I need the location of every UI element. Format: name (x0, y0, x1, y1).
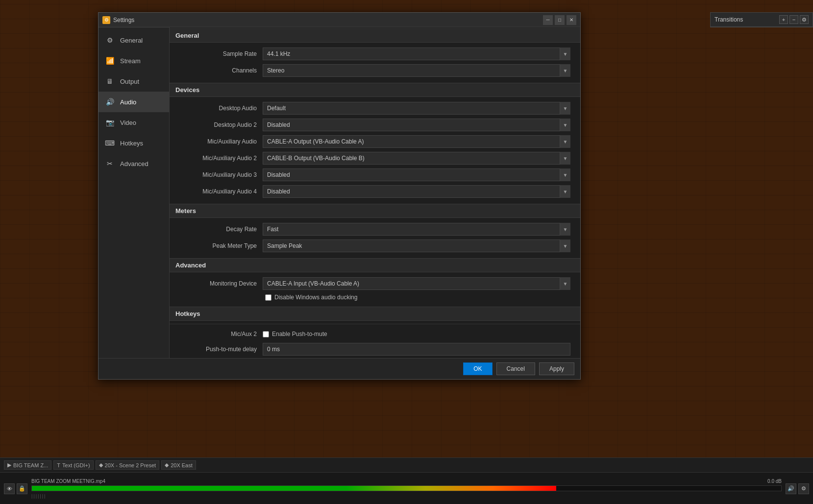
desktop-audio-2-row: Desktop Audio 2 Disabled ▼ (170, 117, 580, 133)
transitions-header: Transitions + − ⚙ (711, 13, 813, 27)
maximize-button[interactable]: □ (555, 15, 565, 25)
desktop-audio-2-label: Desktop Audio 2 (170, 121, 263, 128)
audio-ducking-checkbox[interactable] (265, 294, 271, 301)
devices-section-header: Devices (170, 83, 580, 97)
ok-button[interactable]: OK (463, 362, 492, 375)
audio-meter-container: BIG TEAM ZOOM MEETNIG.mp4 0.0 dB | | | |… (31, 479, 782, 499)
sidebar-item-video[interactable]: 📷 Video (99, 112, 169, 133)
monitoring-device-label: Monitoring Device (170, 280, 263, 287)
sidebar-label-video: Video (120, 119, 136, 126)
audio-controls: 👁 🔒 (4, 483, 27, 494)
video-icon: 📷 (104, 117, 115, 128)
sidebar-item-hotkeys[interactable]: ⌨ Hotkeys (99, 133, 169, 153)
advanced-section-header: Advanced (170, 258, 580, 272)
audio-action-controls: 🔊 ⚙ (786, 483, 809, 494)
settings-window: ⚙ Settings ─ □ ✕ ⚙ General 📶 Stream 🖥 Ou… (98, 12, 581, 380)
sidebar-item-general[interactable]: ⚙ General (99, 30, 169, 50)
cancel-button[interactable]: Cancel (496, 362, 535, 375)
transitions-settings-btn[interactable]: ⚙ (800, 15, 809, 24)
minimize-button[interactable]: ─ (543, 15, 553, 25)
transitions-add-btn[interactable]: + (779, 15, 788, 24)
mic-aux-audio-2-control: CABLE-B Output (VB-Audio Cable B) ▼ (263, 152, 570, 165)
channels-label: Channels (170, 67, 263, 74)
audio-meter-fill (32, 486, 556, 491)
taskbar-item-big-team[interactable]: ▶ BIG TEAM Z... (4, 460, 51, 470)
close-button[interactable]: ✕ (567, 15, 576, 25)
mic-aux-audio-3-select[interactable]: Disabled (263, 168, 570, 181)
mic-aux-audio-3-control: Disabled ▼ (263, 168, 570, 181)
taskbar-item-text-gdi-label: Text (GDI+) (62, 462, 90, 468)
mic-aux-audio-4-select[interactable]: Disabled (263, 185, 570, 198)
mic-aux-audio-label: Mic/Auxiliary Audio (170, 138, 263, 145)
hotkeys-section-body: Mic/Aux 2 Enable Push-to-mute Push-to-mu… (170, 321, 580, 358)
channels-control: Stereo ▼ (263, 64, 570, 77)
taskbar: ▶ BIG TEAM Z... T Text (GDI+) ◆ 20X - Sc… (0, 457, 813, 504)
mic-aux-audio-4-label: Mic/Auxiliary Audio 4 (170, 188, 263, 195)
source-lock-btn[interactable]: 🔒 (17, 483, 27, 494)
peak-meter-type-control: Sample Peak ▼ (263, 240, 570, 252)
taskbar-item-20x-east-icon: ◆ (165, 462, 169, 468)
advanced-icon: ✂ (104, 158, 115, 169)
meters-section-header: Meters (170, 204, 580, 218)
desktop-audio-2-select[interactable]: Disabled (263, 119, 570, 131)
sidebar: ⚙ General 📶 Stream 🖥 Output 🔊 Audio 📷 Vi… (99, 27, 170, 358)
mic-aux-2-mute-delay-input[interactable] (263, 343, 570, 356)
apply-button[interactable]: Apply (539, 362, 574, 375)
desktop-audio-2-control: Disabled ▼ (263, 119, 570, 131)
audio-settings-btn[interactable]: ⚙ (798, 483, 809, 494)
taskbar-item-text-gdi-icon: T (57, 462, 60, 468)
advanced-section-body: Monitoring Device CABLE-A Input (VB-Audi… (170, 272, 580, 306)
mic-aux-audio-2-select[interactable]: CABLE-B Output (VB-Audio Cable B) (263, 152, 570, 165)
general-section-body: Sample Rate 44.1 kHz ▼ Channels Stereo (170, 43, 580, 82)
sidebar-item-audio[interactable]: 🔊 Audio (99, 92, 169, 112)
sidebar-label-output: Output (120, 78, 139, 85)
monitoring-device-select[interactable]: CABLE-A Input (VB-Audio Cable A) (263, 277, 570, 290)
devices-section-body: Desktop Audio Default ▼ Desktop Audio 2 … (170, 97, 580, 203)
peak-meter-type-row: Peak Meter Type Sample Peak ▼ (170, 238, 580, 254)
taskbar-item-scene-2-preset[interactable]: ◆ 20X - Scene 2 Preset (96, 460, 160, 470)
bottom-bar: OK Cancel Apply (99, 358, 580, 379)
sample-rate-select[interactable]: 44.1 kHz (263, 48, 570, 60)
sidebar-label-audio: Audio (120, 98, 136, 106)
mic-aux-2-mute-delay-control (263, 343, 570, 356)
sidebar-item-advanced[interactable]: ✂ Advanced (99, 153, 169, 174)
window-body: ⚙ General 📶 Stream 🖥 Output 🔊 Audio 📷 Vi… (99, 27, 580, 358)
transitions-title: Transitions (714, 16, 743, 23)
output-icon: 🖥 (104, 76, 115, 87)
taskbar-item-20x-east[interactable]: ◆ 20X East (161, 460, 196, 470)
transitions-remove-btn[interactable]: − (789, 15, 798, 24)
mic-aux-2-mute-delay-label: Push-to-mute delay (170, 346, 263, 353)
stream-icon: 📶 (104, 55, 115, 66)
sidebar-label-stream: Stream (120, 57, 141, 65)
peak-meter-type-label: Peak Meter Type (170, 242, 263, 249)
channels-select[interactable]: Stereo (263, 64, 570, 77)
sidebar-item-stream[interactable]: 📶 Stream (99, 50, 169, 71)
mic-aux-audio-4-row: Mic/Auxiliary Audio 4 Disabled ▼ (170, 183, 580, 200)
mute-btn[interactable]: 🔊 (786, 483, 796, 494)
sidebar-label-hotkeys: Hotkeys (120, 140, 143, 147)
general-icon: ⚙ (104, 35, 115, 46)
mic-aux-audio-select[interactable]: CABLE-A Output (VB-Audio Cable A) (263, 135, 570, 148)
mic-aux-audio-2-row: Mic/Auxiliary Audio 2 CABLE-B Output (VB… (170, 150, 580, 167)
peak-meter-type-select[interactable]: Sample Peak (263, 240, 570, 252)
app-icon: ⚙ (102, 16, 110, 24)
mic-aux-2-enable-mute-label: Enable Push-to-mute (272, 331, 327, 337)
source-visibility-btn[interactable]: 👁 (4, 483, 15, 494)
mic-aux-audio-3-row: Mic/Auxiliary Audio 3 Disabled ▼ (170, 167, 580, 183)
sidebar-label-advanced: Advanced (120, 160, 148, 168)
transitions-panel: Transitions + − ⚙ (710, 12, 813, 27)
mic-aux-2-label: Mic/Aux 2 (170, 331, 263, 337)
mic-aux-2-enable-mute-checkbox[interactable] (263, 331, 269, 337)
taskbar-item-big-team-label: BIG TEAM Z... (13, 462, 48, 468)
hotkeys-icon: ⌨ (104, 138, 115, 148)
sidebar-item-output[interactable]: 🖥 Output (99, 71, 169, 92)
sample-rate-row: Sample Rate 44.1 kHz ▼ (170, 46, 580, 62)
taskbar-item-text-gdi[interactable]: T Text (GDI+) (53, 460, 93, 470)
decay-rate-select[interactable]: Fast (263, 223, 570, 236)
mic-aux-2-mute-delay-row: Push-to-mute delay (170, 341, 580, 358)
monitoring-device-row: Monitoring Device CABLE-A Input (VB-Audi… (170, 275, 580, 292)
mic-aux-audio-2-label: Mic/Auxiliary Audio 2 (170, 155, 263, 162)
taskbar-top: ▶ BIG TEAM Z... T Text (GDI+) ◆ 20X - Sc… (0, 458, 813, 473)
audio-bar-section: 👁 🔒 BIG TEAM ZOOM MEETNIG.mp4 0.0 dB | |… (0, 473, 813, 504)
desktop-audio-select[interactable]: Default (263, 102, 570, 115)
